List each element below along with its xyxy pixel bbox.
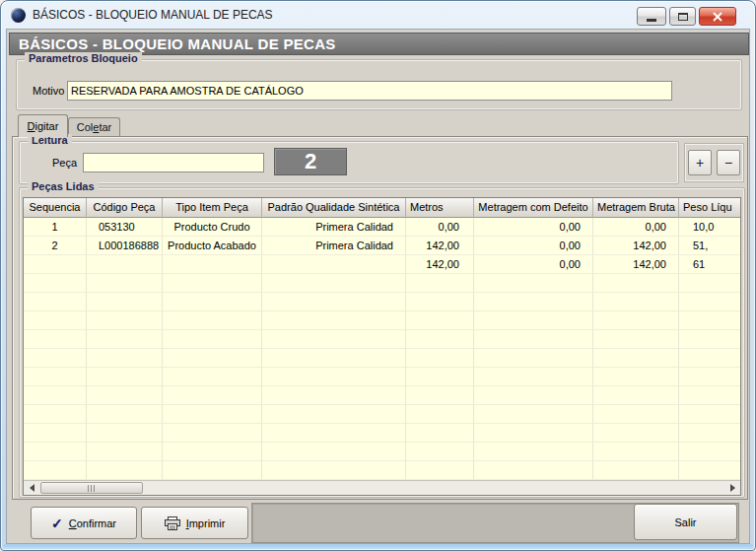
grid-cell (474, 443, 593, 461)
grid-cell (24, 311, 87, 330)
grid-cell: 0,00 (474, 218, 593, 237)
grid-column-header[interactable]: Metragem Bruta (593, 198, 679, 218)
grid-cell (87, 368, 163, 386)
group-parametros-bloqueio: Parametros Bloqueio Motivo (16, 59, 742, 110)
grid-cell (679, 424, 740, 443)
grid-cell (406, 405, 474, 424)
title-bar[interactable]: BÁSICOS - BLOQUEIO MANUAL DE PECAS (1, 1, 755, 29)
group-parametros-label: Parametros Bloqueio (25, 52, 142, 64)
grid-cell (87, 386, 163, 405)
grid-cell (474, 330, 593, 349)
horizontal-scrollbar[interactable] (24, 480, 740, 495)
printer-icon (165, 517, 180, 530)
grid-column-header[interactable]: Sequencia (24, 198, 87, 218)
maximize-button[interactable] (669, 7, 696, 26)
grid-cell: 0,00 (406, 218, 474, 237)
grid-column-header[interactable]: Padrão Qualidade Sintética (262, 198, 406, 218)
grid-column-header[interactable]: Código Peça (87, 198, 163, 218)
add-remove-panel: + − (684, 143, 744, 182)
grid-empty-row (24, 405, 740, 424)
grid-cell (87, 443, 163, 461)
grid-cell (24, 386, 87, 405)
grid-cell (163, 386, 262, 405)
close-button[interactable] (699, 7, 736, 26)
minimize-button[interactable] (637, 7, 666, 26)
grid-empty-row (24, 311, 740, 330)
grid-cell (679, 386, 740, 405)
grid-cell (87, 293, 163, 311)
grid-empty-row (24, 368, 740, 386)
grid-cell: 053130 (87, 218, 163, 237)
scroll-left-button[interactable] (24, 481, 39, 495)
grid-cell (87, 274, 163, 293)
grid-cell (474, 405, 593, 424)
grid-cell: L000186888 (87, 237, 163, 255)
motivo-label: Motivo (33, 85, 64, 97)
grid-cell (679, 368, 740, 386)
grid-cell: 142,00 (593, 255, 679, 274)
scrollbar-thumb[interactable] (40, 482, 143, 494)
grid-cell (262, 293, 406, 311)
grid-cell (163, 424, 262, 443)
grid-cell (679, 349, 740, 368)
tab-coletar[interactable]: Coletar (68, 117, 120, 137)
grid-cell (679, 405, 740, 424)
grid-cell (406, 368, 474, 386)
client-area: BÁSICOS - BLOQUEIO MANUAL DE PECAS Param… (6, 29, 750, 544)
close-icon (713, 12, 722, 22)
grid-column-header[interactable]: Metros (406, 198, 474, 218)
grid-cell (679, 293, 740, 311)
grid-cell: Producto Crudo (163, 218, 262, 237)
grid-empty-row (24, 461, 740, 480)
grid-data-row[interactable]: 1053130Producto CrudoPrimera Calidad0,00… (24, 218, 740, 237)
grid-cell (24, 368, 87, 386)
grid-column-header[interactable]: Peso Líqu (679, 198, 741, 218)
grid-cell (24, 293, 87, 311)
pecas-grid: SequenciaCódigo PeçaTipo Item PeçaPadrão… (23, 197, 741, 496)
checkmark-icon: ✓ (51, 516, 63, 531)
grid-cell (406, 330, 474, 349)
grid-empty-row (24, 443, 740, 461)
salir-button[interactable]: Salir (634, 504, 737, 540)
imprimir-button[interactable]: Imprimir (141, 507, 248, 539)
grid-cell: 142,00 (406, 237, 474, 255)
confirmar-button[interactable]: ✓ Confirmar (31, 507, 137, 539)
grid-cell (163, 461, 262, 480)
grid-cell (163, 349, 262, 368)
grid-cell (474, 293, 593, 311)
grid-totals-row: 142,000,00142,0061 (24, 255, 740, 274)
tab-digitar[interactable]: Digitar (18, 114, 68, 137)
grid-cell: Primera Calidad (262, 218, 406, 237)
grid-column-header[interactable]: Tipo Item Peça (163, 198, 262, 218)
grid-cell (474, 349, 593, 368)
app-window: BÁSICOS - BLOQUEIO MANUAL DE PECAS BÁSIC… (0, 0, 756, 551)
grid-cell (262, 405, 406, 424)
add-button[interactable]: + (688, 150, 712, 175)
grid-cell (406, 311, 474, 330)
grid-cell: 0,00 (474, 255, 593, 274)
motivo-input[interactable] (67, 81, 672, 101)
grid-cell: 61 (679, 255, 740, 274)
grid-cell (262, 386, 406, 405)
grid-cell (593, 443, 679, 461)
remove-button[interactable]: − (717, 150, 740, 175)
grid-cell (593, 424, 679, 443)
grid-cell (593, 461, 679, 480)
grid-cell (406, 274, 474, 293)
grid-cell (406, 461, 474, 480)
grid-empty-row (24, 293, 740, 311)
grid-cell (593, 274, 679, 293)
grid-data-row[interactable]: 2L000186888Producto AcabadoPrimera Calid… (24, 237, 740, 255)
group-pecas-label: Peças Lidas (28, 180, 99, 192)
grid-cell (87, 349, 163, 368)
grid-column-header[interactable]: Metragem com Defeito (474, 198, 593, 218)
scroll-right-button[interactable] (724, 481, 740, 495)
grid-cell (593, 386, 679, 405)
grid-cell (679, 274, 740, 293)
grid-cell: 10,0 (679, 218, 740, 237)
grid-cell (163, 293, 262, 311)
peca-input[interactable] (83, 153, 264, 172)
grid-cell (593, 349, 679, 368)
grid-body: 1053130Producto CrudoPrimera Calidad0,00… (24, 218, 740, 481)
grid-cell (87, 330, 163, 349)
